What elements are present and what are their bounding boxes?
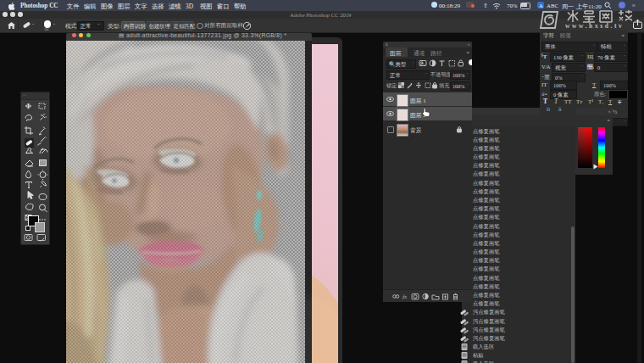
- svg-text:fx: fx: [402, 293, 408, 300]
